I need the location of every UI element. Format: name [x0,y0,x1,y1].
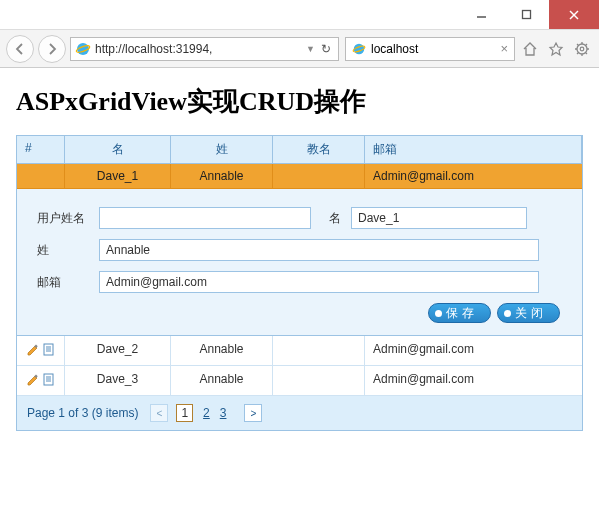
browser-toolbar: http://localhost:31994, ▼ ↻ localhost × [0,30,599,68]
grid-header-cmd[interactable]: # [17,136,65,164]
address-bar[interactable]: http://localhost:31994, ▼ ↻ [70,37,339,61]
pager-page-2[interactable]: 2 [203,406,210,420]
grid-cell-surname: Annable [171,366,273,395]
grid-cell-name: Dave_2 [65,336,171,365]
grid-header-nick[interactable]: 教名 [273,136,365,164]
grid-header-name[interactable]: 名 [65,136,171,164]
window-maximize-button[interactable] [504,0,549,29]
home-button[interactable] [519,38,541,60]
back-button[interactable] [6,35,34,63]
edit-form: 用户姓名 名 姓 邮箱 保存 关闭 [17,189,582,336]
close-button[interactable]: 关闭 [497,303,560,323]
svg-rect-1 [523,11,531,19]
label-email: 邮箱 [37,274,89,291]
refresh-button[interactable]: ↻ [318,42,334,56]
window-minimize-button[interactable] [459,0,504,29]
grid-cell-email: Admin@gmail.com [365,164,582,189]
row-command-cell [17,366,65,395]
svg-line-17 [577,52,579,54]
grid-header-surname[interactable]: 姓 [171,136,273,164]
pager-text: Page 1 of 3 (9 items) [27,406,138,420]
label-username: 用户姓名 [37,210,89,227]
tab-title: localhost [371,42,495,56]
edit-icon[interactable] [26,342,40,359]
input-username[interactable] [99,207,311,229]
label-name: 名 [321,210,341,227]
grid-cell-email: Admin@gmail.com [365,336,582,365]
pager-page-3[interactable]: 3 [220,406,227,420]
pager-prev-button[interactable]: < [150,404,168,422]
new-icon[interactable] [42,372,56,389]
save-button[interactable]: 保存 [428,303,491,323]
grid-cell-surname: Annable [171,164,273,189]
label-surname: 姓 [37,242,89,259]
page-content: ASPxGridView实现CRUD操作 # 名 姓 教名 邮箱 Dave_1 … [0,68,599,441]
input-email[interactable] [99,271,539,293]
browser-tab[interactable]: localhost × [345,37,515,61]
svg-line-15 [586,52,588,54]
window-titlebar [0,0,599,30]
ie-icon [75,41,91,57]
edit-icon[interactable] [26,372,40,389]
pager-page-1[interactable]: 1 [176,404,193,422]
input-surname[interactable] [99,239,539,261]
grid-cell-email: Admin@gmail.com [365,366,582,395]
svg-point-9 [580,47,584,51]
grid-header-row: # 名 姓 教名 邮箱 [17,136,582,164]
tools-button[interactable] [571,38,593,60]
pager: Page 1 of 3 (9 items) < 123 > [17,396,582,430]
new-icon[interactable] [42,342,56,359]
table-row[interactable]: Dave_2AnnableAdmin@gmail.com [17,336,582,366]
grid-header-email[interactable]: 邮箱 [365,136,582,164]
url-dropdown-icon[interactable]: ▼ [303,44,318,54]
grid-cell-surname: Annable [171,336,273,365]
grid-cell-nick [273,164,365,189]
table-row[interactable]: Dave_3AnnableAdmin@gmail.com [17,366,582,396]
favorites-button[interactable] [545,38,567,60]
window-close-button[interactable] [549,0,599,29]
grid-cell-name: Dave_3 [65,366,171,395]
pager-next-button[interactable]: > [244,404,262,422]
page-title: ASPxGridView实现CRUD操作 [16,84,583,119]
ie-icon [352,42,366,56]
forward-button[interactable] [38,35,66,63]
tab-close-icon[interactable]: × [500,41,508,56]
grid-cell-name: Dave_1 [65,164,171,189]
grid-view: # 名 姓 教名 邮箱 Dave_1 Annable Admin@gmail.c… [16,135,583,431]
input-name[interactable] [351,207,527,229]
grid-cmd-cell [17,164,65,189]
svg-line-14 [577,44,579,46]
grid-cell-nick [273,366,365,395]
row-command-cell [17,336,65,365]
url-text: http://localhost:31994, [95,42,303,56]
grid-selected-row[interactable]: Dave_1 Annable Admin@gmail.com [17,164,582,189]
grid-cell-nick [273,336,365,365]
svg-line-16 [586,44,588,46]
